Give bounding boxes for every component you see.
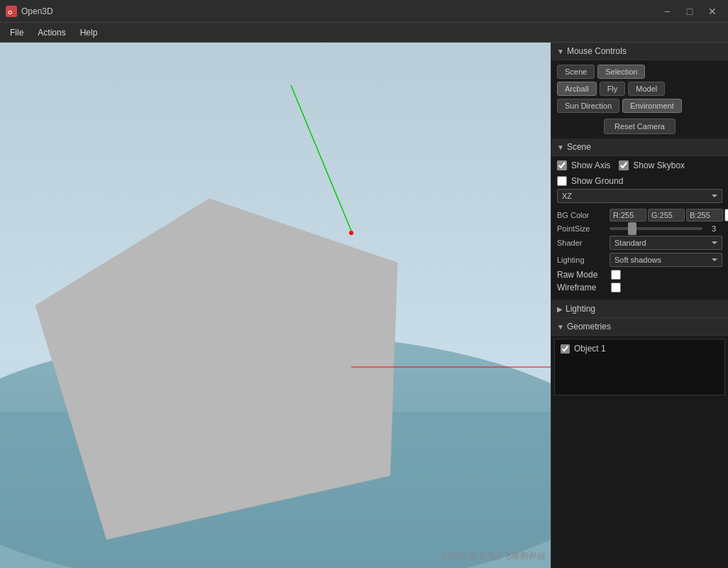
menubar: File Actions Help [0, 23, 728, 43]
show-axis-row: Show Axis [557, 160, 610, 170]
bg-color-g: G:255 [648, 209, 685, 222]
bg-color-r: R:255 [610, 209, 646, 222]
show-ground-row: Show Ground [557, 176, 722, 186]
show-ground-checkbox[interactable] [557, 176, 567, 186]
window-title: Open3D [21, 6, 653, 16]
reset-camera-button[interactable]: Reset Camera [604, 119, 675, 134]
tab-selection[interactable]: Selection [597, 65, 645, 79]
shader-label: Shader [557, 239, 607, 247]
menu-file[interactable]: File [3, 25, 31, 40]
collapse-arrow: ▼ [557, 48, 564, 55]
svg-point-7 [349, 231, 353, 235]
minimize-button[interactable]: − [657, 4, 677, 18]
point-size-label: PointSize [557, 224, 607, 233]
close-button[interactable]: ✕ [702, 4, 722, 18]
mode-sun-direction[interactable]: Sun Direction [557, 99, 619, 113]
shader-row: Shader Standard Normals Depth [557, 236, 722, 250]
geo-collapse-arrow: ▼ [557, 323, 564, 331]
geometries-content: Object 1 [551, 339, 728, 395]
geometries-title: Geometries [567, 322, 611, 332]
scene-collapse-arrow: ▼ [557, 143, 564, 151]
show-axis-label: Show Axis [571, 160, 610, 170]
show-skybox-checkbox[interactable] [619, 160, 629, 170]
scene-canvas[interactable] [0, 43, 551, 568]
scene-selection-tabs: Scene Selection [557, 65, 722, 79]
raw-mode-checkbox[interactable] [611, 270, 621, 280]
show-skybox-label: Show Skybox [633, 160, 685, 170]
bg-color-fields: R:255 G:255 B:255 [610, 209, 728, 222]
right-panel: ▼ Mouse Controls Scene Selection Arcball… [551, 43, 728, 568]
mode-model[interactable]: Model [628, 82, 665, 96]
watermark: CSDN @笨鸟后飞唯勤补拙 [441, 550, 545, 562]
bg-color-label: BG Color [557, 211, 607, 219]
bg-color-row: BG Color R:255 G:255 B:255 [557, 209, 722, 222]
point-size-slider[interactable] [610, 227, 702, 230]
lighting-row: Lighting Soft shadows Hard shadows No sh… [557, 253, 722, 267]
point-size-slider-container: 3 [610, 224, 722, 233]
lighting-dropdown[interactable]: Soft shadows Hard shadows No shadows [610, 253, 722, 267]
bg-color-b: B:255 [686, 209, 723, 222]
menu-actions[interactable]: Actions [31, 25, 72, 40]
mode-buttons: Arcball Fly Model [557, 82, 722, 96]
lighting-header[interactable]: ▶ Lighting [551, 300, 728, 318]
wireframe-row: Wireframe [557, 283, 722, 293]
scene-header: ▼ Scene [551, 138, 728, 156]
viewport[interactable]: CSDN @笨鸟后飞唯勤补拙 [0, 43, 551, 568]
maximize-button[interactable]: □ [680, 4, 700, 18]
ground-plane-dropdown[interactable]: XZ XY YZ [557, 189, 722, 203]
lighting-title: Lighting [566, 304, 595, 314]
show-axis-checkbox[interactable] [557, 160, 567, 170]
raw-mode-row: Raw Mode [557, 270, 722, 280]
mode-arcball[interactable]: Arcball [557, 82, 597, 96]
object1-label: Object 1 [574, 344, 606, 354]
mouse-controls-title: Mouse Controls [567, 46, 627, 56]
axis-skybox-row: Show Axis Show Skybox [557, 160, 722, 173]
lighting-collapse-arrow: ▶ [557, 305, 563, 313]
menu-help[interactable]: Help [73, 25, 105, 40]
geometries-header: ▼ Geometries [551, 318, 728, 336]
ground-plane-container: XZ XY YZ [557, 189, 722, 206]
main-layout: CSDN @笨鸟后飞唯勤补拙 ▼ Mouse Controls Scene Se… [0, 43, 728, 568]
show-ground-label: Show Ground [571, 176, 623, 186]
tab-scene[interactable]: Scene [557, 65, 595, 79]
app-icon: O [6, 6, 17, 17]
wireframe-checkbox[interactable] [611, 283, 621, 293]
point-size-row: PointSize 3 [557, 224, 722, 233]
list-item: Object 1 [558, 342, 722, 355]
window-controls: − □ ✕ [657, 4, 722, 18]
shader-dropdown[interactable]: Standard Normals Depth [610, 236, 722, 250]
lighting-label: Lighting [557, 256, 607, 264]
point-size-value: 3 [705, 224, 722, 233]
object1-checkbox[interactable] [561, 344, 570, 354]
scene-title: Scene [567, 142, 591, 152]
show-skybox-row: Show Skybox [619, 160, 685, 170]
mouse-controls-content: Scene Selection Arcball Fly Model Sun Di… [551, 60, 728, 138]
reset-camera-container: Reset Camera [557, 116, 722, 134]
mouse-controls-header: ▼ Mouse Controls [551, 43, 728, 60]
titlebar: O Open3D − □ ✕ [0, 0, 728, 23]
extra-buttons: Sun Direction Environment [557, 99, 722, 113]
geo-list: Object 1 [554, 339, 725, 395]
mode-fly[interactable]: Fly [600, 82, 626, 96]
svg-text:O: O [8, 9, 12, 16]
raw-mode-label: Raw Mode [557, 270, 607, 280]
wireframe-label: Wireframe [557, 283, 607, 293]
scene-content: Show Axis Show Skybox Show Ground XZ XY … [551, 156, 728, 300]
color-swatch[interactable] [724, 209, 728, 222]
mode-environment[interactable]: Environment [622, 99, 682, 113]
